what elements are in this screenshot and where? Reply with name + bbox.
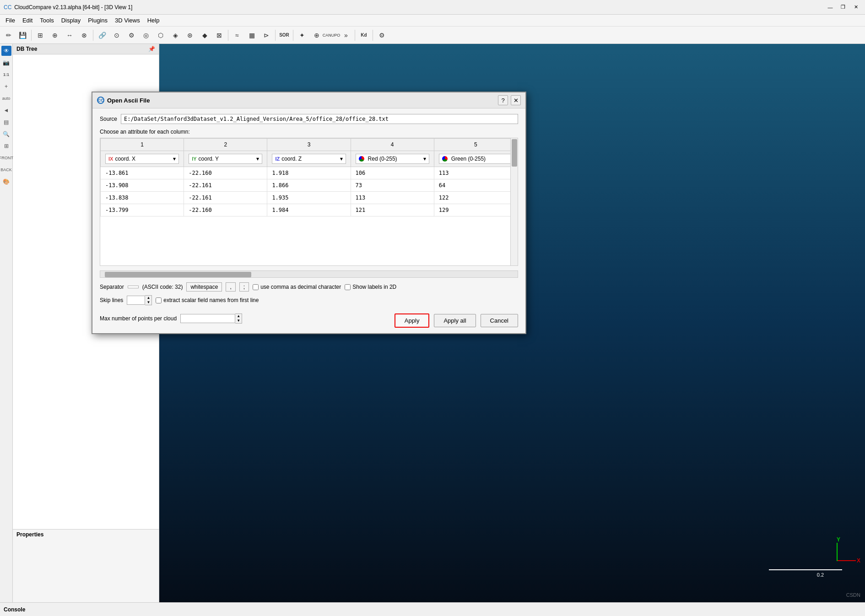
sidebar-tool-add[interactable]: + bbox=[1, 81, 11, 92]
table-vscrollbar[interactable] bbox=[510, 138, 518, 265]
sidebar-tool-layers[interactable]: ▤ bbox=[1, 117, 11, 127]
col-dropdown-5[interactable]: Green (0-255) bbox=[439, 154, 513, 164]
col-type-1[interactable]: IX coord. X ▾ bbox=[101, 151, 184, 167]
close-button[interactable]: ✕ bbox=[850, 3, 861, 12]
scale-bar-line bbox=[769, 569, 842, 570]
toolbar-btn-10[interactable]: ◎ bbox=[139, 29, 153, 42]
sidebar-tool-front[interactable]: FRONT bbox=[1, 153, 11, 163]
semicolon-button[interactable]: ; bbox=[239, 282, 249, 292]
table-vscrollbar-thumb[interactable] bbox=[512, 139, 517, 167]
cell-2-1: -13.908 bbox=[101, 179, 184, 192]
skip-lines-up[interactable]: ▲ bbox=[145, 296, 151, 300]
toolbar-separator-2 bbox=[93, 30, 93, 41]
toolbar-btn-11[interactable]: ⬡ bbox=[154, 29, 168, 42]
toolbar-separator-4 bbox=[275, 30, 276, 41]
max-points-row: Max number of points per cloud 2000.00 M… bbox=[100, 313, 242, 324]
skip-lines-label: Skip lines bbox=[100, 297, 123, 303]
col-type-2[interactable]: IY coord. Y ▾ bbox=[184, 151, 267, 167]
comma-decimal-checkbox[interactable] bbox=[253, 284, 259, 290]
dialog-action-buttons: Apply Apply all Cancel bbox=[395, 313, 518, 328]
minimize-button[interactable]: — bbox=[825, 3, 836, 12]
toolbar-btn-3[interactable]: ⊞ bbox=[33, 29, 47, 42]
comma-button[interactable]: , bbox=[226, 282, 235, 292]
db-tree-header: DB Tree 📌 bbox=[13, 44, 159, 54]
skip-lines-input[interactable]: 0 bbox=[127, 296, 145, 305]
dialog-close-button[interactable]: ✕ bbox=[511, 95, 521, 105]
menu-file[interactable]: File bbox=[2, 16, 19, 25]
sidebar-tool-zoom[interactable]: 🔍 bbox=[1, 129, 11, 139]
cell-4-2: -22.160 bbox=[184, 204, 267, 216]
col-type-4[interactable]: Red (0-255) ▾ bbox=[351, 151, 434, 167]
toolbar-btn-5[interactable]: ↔ bbox=[63, 29, 76, 42]
dialog-help-button[interactable]: ? bbox=[498, 95, 508, 105]
sidebar-tool-camera[interactable]: 📷 bbox=[1, 58, 11, 68]
cell-3-3: 1.935 bbox=[267, 192, 351, 204]
data-table-wrapper[interactable]: 1 2 3 4 5 IX coord. X ▾ bbox=[100, 138, 518, 266]
col-type-label-1: coord. X bbox=[115, 156, 135, 162]
toolbar-btn-8[interactable]: ⊙ bbox=[110, 29, 124, 42]
toolbar-save[interactable]: 💾 bbox=[16, 29, 29, 42]
toolbar-new[interactable]: ✏ bbox=[2, 29, 16, 42]
menu-edit[interactable]: Edit bbox=[19, 16, 36, 25]
sidebar-tool-back[interactable]: BACK bbox=[1, 165, 11, 175]
toolbar-btn-7[interactable]: 🔗 bbox=[95, 29, 109, 42]
col-dropdown-1[interactable]: IX coord. X ▾ bbox=[105, 154, 179, 164]
sidebar-tool-color[interactable]: 🎨 bbox=[1, 177, 11, 187]
menu-tools[interactable]: Tools bbox=[36, 16, 57, 25]
menu-plugins[interactable]: Plugins bbox=[84, 16, 111, 25]
skip-lines-down[interactable]: ▼ bbox=[145, 300, 151, 305]
max-points-down[interactable]: ▼ bbox=[235, 319, 242, 323]
cancel-button[interactable]: Cancel bbox=[481, 314, 518, 327]
menu-3dviews[interactable]: 3D Views bbox=[111, 16, 144, 25]
sidebar-tool-view[interactable]: 👁 bbox=[1, 46, 11, 56]
watermark: CSDN bbox=[846, 592, 860, 598]
menu-display[interactable]: Display bbox=[58, 16, 85, 25]
apply-all-button[interactable]: Apply all bbox=[434, 314, 476, 327]
table-row: -13.838 -22.161 1.935 113 122 bbox=[101, 192, 518, 204]
sidebar-tool-1-1[interactable]: 1:1 bbox=[1, 70, 11, 80]
cell-4-5: 129 bbox=[434, 204, 517, 216]
toolbar-btn-13[interactable]: ⊛ bbox=[183, 29, 197, 42]
axis-y-line bbox=[837, 543, 838, 561]
db-tree-title: DB Tree bbox=[16, 46, 37, 52]
col-type-5[interactable]: Green (0-255) bbox=[434, 151, 517, 167]
sidebar-tool-back-arrow[interactable]: ◄ bbox=[1, 105, 11, 115]
apply-button[interactable]: Apply bbox=[395, 313, 430, 328]
toolbar-btn-16[interactable]: ≈ bbox=[230, 29, 244, 42]
toolbar-btn-23[interactable]: » bbox=[339, 29, 353, 42]
col-dropdown-arrow-4: ▾ bbox=[423, 156, 426, 162]
col-dropdown-2[interactable]: IY coord. Y ▾ bbox=[189, 154, 262, 164]
show-labels-checkbox[interactable] bbox=[345, 284, 351, 290]
toolbar-btn-sor[interactable]: SOR bbox=[277, 29, 291, 42]
toolbar-btn-kd[interactable]: Kd bbox=[357, 29, 371, 42]
restore-button[interactable]: ❐ bbox=[838, 3, 849, 12]
col-dropdown-3[interactable]: IZ coord. Z ▾ bbox=[272, 154, 346, 164]
toolbar-btn-15[interactable]: ⊠ bbox=[212, 29, 226, 42]
toolbar-btn-18[interactable]: ⊳ bbox=[260, 29, 273, 42]
max-points-spinner: 2000.00 Million ▲ ▼ bbox=[180, 313, 242, 324]
toolbar-btn-canupo[interactable]: CANUPO bbox=[324, 29, 338, 42]
toolbar-btn-9[interactable]: ⚙ bbox=[124, 29, 138, 42]
whitespace-button[interactable]: whitespace bbox=[186, 282, 222, 292]
col-num-3: 3 bbox=[267, 139, 351, 151]
sidebar-tool-grid[interactable]: ⊞ bbox=[1, 141, 11, 151]
toolbar-btn-6[interactable]: ⊗ bbox=[77, 29, 91, 42]
toolbar-btn-4[interactable]: ⊕ bbox=[48, 29, 62, 42]
db-tree-pin[interactable]: 📌 bbox=[148, 46, 155, 52]
menu-help[interactable]: Help bbox=[144, 16, 163, 25]
max-points-input[interactable]: 2000.00 Million bbox=[180, 314, 235, 323]
toolbar-btn-12[interactable]: ◈ bbox=[168, 29, 182, 42]
sidebar-tool-auto[interactable]: auto bbox=[1, 93, 11, 103]
table-hscrollbar-thumb[interactable] bbox=[105, 272, 251, 277]
separator-value-box[interactable] bbox=[128, 286, 139, 288]
toolbar-btn-17[interactable]: ▦ bbox=[245, 29, 259, 42]
col-dropdown-4[interactable]: Red (0-255) ▾ bbox=[356, 154, 429, 164]
toolbar-btn-20[interactable]: ✦ bbox=[295, 29, 309, 42]
max-points-up[interactable]: ▲ bbox=[235, 314, 242, 319]
extract-scalar-checkbox[interactable] bbox=[156, 297, 162, 303]
table-hscrollbar[interactable] bbox=[100, 270, 518, 278]
toolbar-btn-25[interactable]: ⚙ bbox=[375, 29, 389, 42]
col-type-3[interactable]: IZ coord. Z ▾ bbox=[267, 151, 351, 167]
toolbar-btn-14[interactable]: ◆ bbox=[198, 29, 211, 42]
toolbar-btn-21[interactable]: ⊕ bbox=[310, 29, 324, 42]
